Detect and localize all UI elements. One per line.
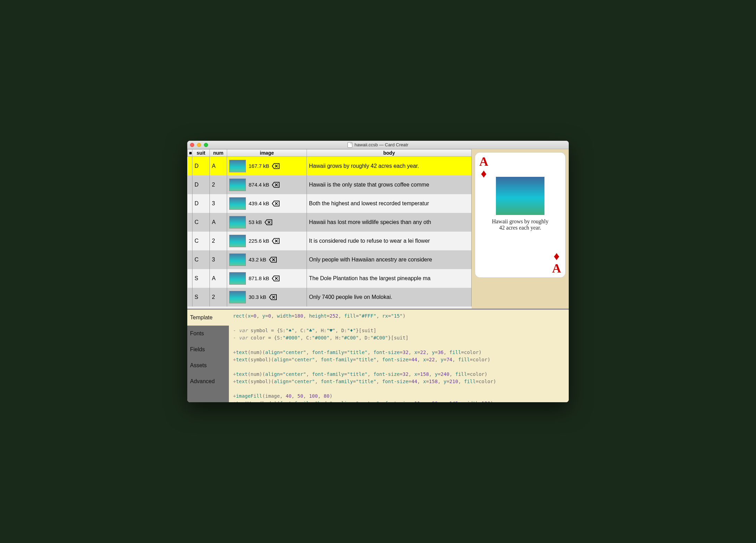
cell-image[interactable]: 439.4 kB <box>227 194 307 213</box>
delete-image-icon[interactable] <box>272 163 280 169</box>
cell-num[interactable]: A <box>210 269 227 288</box>
thumbnail-image <box>229 272 246 285</box>
table-row[interactable]: C2225.6 kBIt is considered rude to refus… <box>188 232 472 250</box>
cell-suit[interactable]: D <box>192 175 210 194</box>
cell-body[interactable]: Hawaii grows by roughly 42 acres each ye… <box>307 157 472 175</box>
cell-suit[interactable]: C <box>192 213 210 232</box>
col-header-mark[interactable]: ■ <box>188 149 192 157</box>
col-header-num[interactable]: num <box>210 149 227 157</box>
cell-num[interactable]: 2 <box>210 175 227 194</box>
cell-body[interactable]: Hawaii is the only state that grows coff… <box>307 175 472 194</box>
file-size: 439.4 kB <box>249 200 269 206</box>
window-controls <box>190 143 208 147</box>
tab-assets[interactable]: Assets <box>187 357 229 373</box>
cell-mark[interactable] <box>188 157 192 175</box>
card-preview-pane: A ♦ Hawaii grows by roughly 42 acres eac… <box>472 149 569 309</box>
card-image <box>496 177 544 215</box>
cell-num[interactable]: 2 <box>210 232 227 250</box>
cell-mark[interactable] <box>188 269 192 288</box>
thumbnail-image <box>229 197 246 210</box>
cell-num[interactable]: A <box>210 213 227 232</box>
table-row[interactable]: CA53 kBHawaii has lost more wildlife spe… <box>188 213 472 232</box>
corner-top-left: A ♦ <box>479 155 488 180</box>
cell-image[interactable]: 43.2 kB <box>227 250 307 269</box>
cell-mark[interactable] <box>188 213 192 232</box>
table-row[interactable]: SA871.8 kBThe Dole Plantation has the la… <box>188 269 472 288</box>
table-row[interactable]: D3439.4 kBBoth the highest and lowest re… <box>188 194 472 213</box>
cell-body[interactable]: The Dole Plantation has the largest pine… <box>307 269 472 288</box>
table-header-row: ■ suit num image body <box>188 149 472 157</box>
card-preview: A ♦ Hawaii grows by roughly 42 acres eac… <box>475 153 565 277</box>
delete-image-icon[interactable] <box>272 238 280 244</box>
minimize-button[interactable] <box>197 143 201 147</box>
delete-image-icon[interactable] <box>265 219 272 225</box>
cell-image[interactable]: 167.7 kB <box>227 157 307 175</box>
cell-mark[interactable] <box>188 288 192 307</box>
cell-mark[interactable] <box>188 175 192 194</box>
cell-image[interactable]: 30.3 kB <box>227 288 307 307</box>
cell-image[interactable]: 225.6 kB <box>227 232 307 250</box>
cell-num[interactable]: A <box>210 157 227 175</box>
col-header-suit[interactable]: suit <box>192 149 210 157</box>
cell-suit[interactable]: D <box>192 194 210 213</box>
cell-body[interactable]: Only 7400 people live on Molokai. <box>307 288 472 307</box>
file-size: 53 kB <box>249 219 262 225</box>
cell-num[interactable]: 3 <box>210 194 227 213</box>
card-table: ■ suit num image body DA167.7 kBHawaii g… <box>187 149 472 309</box>
delete-image-icon[interactable] <box>269 294 277 300</box>
cell-mark[interactable] <box>188 250 192 269</box>
thumbnail-image <box>229 235 246 247</box>
cell-suit[interactable]: C <box>192 250 210 269</box>
app-window: hawaii.ccsb — Card Creatr ■ suit num ima… <box>187 141 569 402</box>
tab-template[interactable]: Template <box>187 310 229 326</box>
cell-body[interactable]: It is considered rude to refuse to wear … <box>307 232 472 250</box>
cell-suit[interactable]: D <box>192 157 210 175</box>
rank-bottom: A <box>552 262 561 275</box>
cell-num[interactable]: 2 <box>210 288 227 307</box>
document-icon <box>347 142 352 148</box>
window-title-text: hawaii.ccsb — Card Creatr <box>354 142 408 147</box>
table-row[interactable]: DA167.7 kBHawaii grows by roughly 42 acr… <box>188 157 472 175</box>
cell-suit[interactable]: C <box>192 232 210 250</box>
table-row[interactable]: D2874.4 kBHawaii is the only state that … <box>188 175 472 194</box>
maximize-button[interactable] <box>204 143 208 147</box>
cell-image[interactable]: 871.8 kB <box>227 269 307 288</box>
sidebar-tabs: TemplateFontsFieldsAssetsAdvanced <box>187 310 229 402</box>
delete-image-icon[interactable] <box>272 275 280 282</box>
cell-image[interactable]: 53 kB <box>227 213 307 232</box>
tab-fonts[interactable]: Fonts <box>187 326 229 342</box>
table-row[interactable]: C343.2 kBOnly people with Hawaiian ances… <box>188 250 472 269</box>
cell-image[interactable]: 874.4 kB <box>227 175 307 194</box>
col-header-image[interactable]: image <box>227 149 307 157</box>
corner-bottom-right: ♦ A <box>552 250 561 275</box>
tab-fields[interactable]: Fields <box>187 342 229 357</box>
cell-num[interactable]: 3 <box>210 250 227 269</box>
delete-image-icon[interactable] <box>272 200 280 207</box>
col-header-body[interactable]: body <box>307 149 472 157</box>
thumbnail-image <box>229 179 246 191</box>
thumbnail-image <box>229 291 246 303</box>
template-editor[interactable]: rect(x=0, y=0, width=180, height=252, fi… <box>229 310 569 402</box>
thumbnail-image <box>229 216 246 229</box>
cell-suit[interactable]: S <box>192 269 210 288</box>
file-size: 874.4 kB <box>249 182 269 188</box>
thumbnail-image <box>229 253 246 266</box>
table-row[interactable]: S230.3 kBOnly 7400 people live on Moloka… <box>188 288 472 307</box>
delete-image-icon[interactable] <box>272 182 280 188</box>
file-size: 30.3 kB <box>249 294 266 300</box>
cell-body[interactable]: Only people with Hawaiian ancestry are c… <box>307 250 472 269</box>
file-size: 167.7 kB <box>249 163 269 169</box>
cell-suit[interactable]: S <box>192 288 210 307</box>
file-size: 871.8 kB <box>249 275 269 281</box>
card-body-text: Hawaii grows by roughly 42 acres each ye… <box>489 218 551 231</box>
cell-mark[interactable] <box>188 194 192 213</box>
window-title: hawaii.ccsb — Card Creatr <box>187 142 569 148</box>
tab-advanced[interactable]: Advanced <box>187 373 229 389</box>
close-button[interactable] <box>190 143 194 147</box>
pip-bottom: ♦ <box>552 250 561 262</box>
cell-body[interactable]: Hawaii has lost more wildlife species th… <box>307 213 472 232</box>
cell-body[interactable]: Both the highest and lowest recorded tem… <box>307 194 472 213</box>
cell-mark[interactable] <box>188 232 192 250</box>
rank-top: A <box>479 155 488 168</box>
delete-image-icon[interactable] <box>269 257 277 263</box>
